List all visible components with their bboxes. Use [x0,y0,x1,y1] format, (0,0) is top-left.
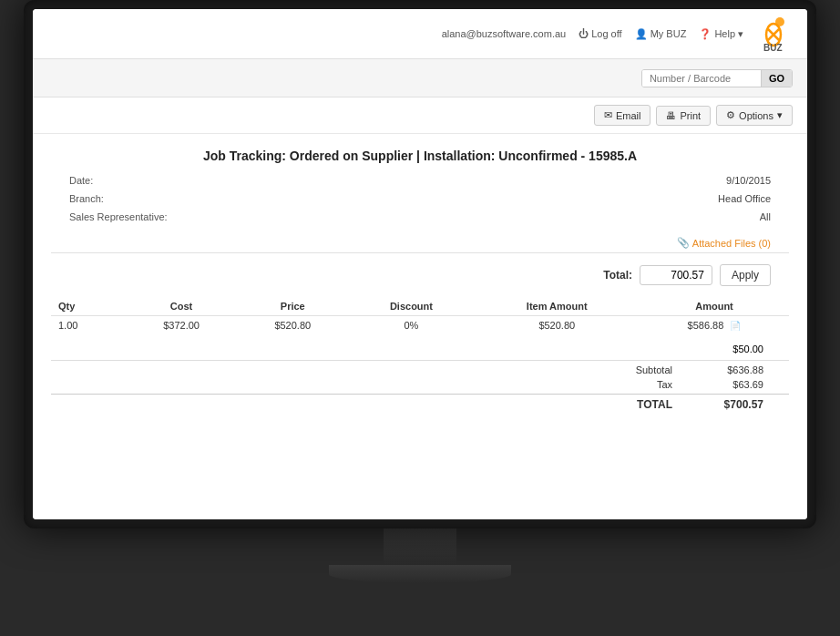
col-discount: Discount [348,297,474,316]
col-amount: Amount [640,297,789,316]
date-row: Date: [69,172,168,190]
col-qty: Qty [51,297,126,316]
total-final-row: TOTAL $700.57 [51,394,789,413]
document-meta: Date: Branch: Sales Representative: 9/10… [51,172,789,226]
apply-button[interactable]: Apply [720,264,771,286]
sales-rep-value: All [718,209,771,227]
user-email: alana@buzsoftware.com.au [442,28,567,39]
email-button[interactable]: ✉ Email [594,105,651,126]
go-button[interactable]: GO [761,70,792,87]
buz-logo: BUZ [754,15,793,53]
col-cost: Cost [126,297,237,316]
monitor-screen: alana@buzsoftware.com.au ⏻ Log off 👤 My … [33,9,807,519]
branch-value: Head Office [718,190,771,209]
action-bar: ✉ Email 🖶 Print ⚙ Options ▾ [33,97,807,134]
total-final-value: $700.57 [691,398,763,411]
my-buz-link[interactable]: 👤 My BUZ [635,28,687,40]
paperclip-icon: 📎 [677,237,690,249]
tax-label: Tax [599,379,691,390]
attached-files-link[interactable]: 📎 Attached Files (0) [677,237,771,249]
tax-value: $63.69 [691,379,763,390]
sales-rep-row: Sales Representative: [69,209,168,227]
log-off-link[interactable]: ⏻ Log off [579,28,621,39]
cell-qty: 1.00 [51,316,126,335]
summary-section: $50.00 Subtotal $636.88 Tax $63.69 TOTAL… [51,340,789,413]
cell-amount: $586.88 📄 [640,316,789,335]
attachments-bar: 📎 Attached Files (0) [51,233,789,253]
email-icon: ✉ [604,109,612,121]
app-header: alana@buzsoftware.com.au ⏻ Log off 👤 My … [33,9,807,59]
print-button[interactable]: 🖶 Print [656,106,711,126]
chevron-down-icon: ▾ [738,28,743,40]
header-nav: alana@buzsoftware.com.au ⏻ Log off 👤 My … [442,28,743,40]
table-row: 1.00 $372.00 $520.80 0% $520.80 $586.88 … [51,316,789,335]
subtotal-value: $636.88 [691,364,763,375]
doc-meta-right: 9/10/2015 Head Office All [718,172,771,226]
help-link[interactable]: ❓ Help ▾ [699,28,743,40]
cell-discount: 0% [348,316,474,335]
main-content: Job Tracking: Ordered on Supplier | Inst… [33,134,807,519]
help-icon: ❓ [699,28,712,40]
monitor-stand-base [329,565,511,583]
date-value: 9/10/2015 [718,172,771,190]
total-label: Total: [603,269,632,282]
gear-icon: ⚙ [726,109,735,121]
print-icon: 🖶 [666,110,676,121]
person-icon: 👤 [635,28,648,40]
cell-item-amount: $520.80 [475,316,640,335]
doc-meta-left: Date: Branch: Sales Representative: [69,172,168,226]
tax-row: Tax $63.69 [51,377,789,392]
toolbar: GO [33,59,807,97]
subtotal-label: Subtotal [599,364,691,375]
items-table: Qty Cost Price Discount Item Amount Amou… [51,297,789,334]
doc-ref-icon: 📄 [730,321,741,331]
col-item-amount: Item Amount [475,297,640,316]
monitor-stand-neck [384,528,456,565]
monitor-wrapper: alana@buzsoftware.com.au ⏻ Log off 👤 My … [0,0,840,636]
document-title: Job Tracking: Ordered on Supplier | Inst… [51,134,789,172]
buz-logo-svg: BUZ [754,15,793,53]
branch-row: Branch: [69,190,168,209]
extra-charge-row: $50.00 [51,340,789,358]
svg-text:BUZ: BUZ [763,43,783,53]
options-button[interactable]: ⚙ Options ▾ [716,105,793,126]
table-header-row: Qty Cost Price Discount Item Amount Amou… [51,297,789,316]
search-bar: GO [641,69,793,87]
caret-down-icon: ▾ [777,109,783,121]
total-final-label: TOTAL [599,398,691,411]
cell-cost: $372.00 [126,316,237,335]
subtotal-row: Subtotal $636.88 [51,363,789,377]
total-input[interactable] [640,265,712,285]
extra-charge-value: $50.00 [691,344,763,354]
col-price: Price [237,297,348,316]
monitor-bezel: alana@buzsoftware.com.au ⏻ Log off 👤 My … [24,0,816,528]
summary-separator [51,360,789,361]
log-off-icon: ⏻ [579,28,589,39]
search-input[interactable] [642,70,761,87]
total-row: Total: Apply [51,259,789,292]
cell-price: $520.80 [237,316,348,335]
